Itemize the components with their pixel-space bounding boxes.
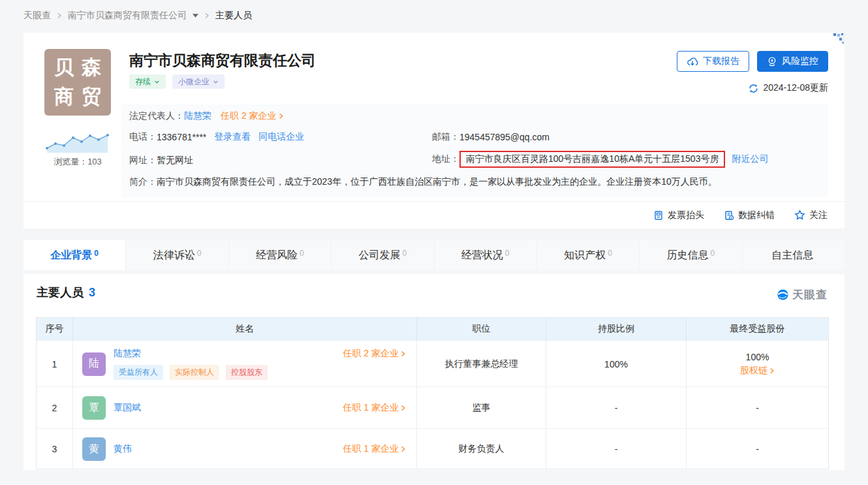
chevron-right-icon — [400, 446, 406, 452]
section-title: 主要人员 — [37, 285, 84, 300]
equity-chain-label: 股权链 — [740, 365, 767, 377]
chevron-right-icon — [769, 368, 775, 374]
section-header: 主要人员 3 — [37, 285, 95, 300]
table-row: 1 陆 陆慧荣 任职 2 家企业 受益所有人 实际控 — [37, 340, 828, 386]
address-row: 地址： 南宁市良庆区百灵路100号吉丽嘉逸10栋A单元十五层1503号房 附近公… — [432, 151, 768, 168]
views-sparkline-chart — [44, 128, 111, 154]
column-header-shareholding: 持股比例 — [546, 318, 686, 340]
column-header-name: 姓名 — [72, 318, 416, 340]
status-badge[interactable]: 存续 — [129, 74, 166, 89]
position-cell: 监事 — [416, 387, 546, 429]
tab-label: 自主信息 — [771, 249, 813, 262]
cloud-download-icon — [687, 57, 698, 67]
name-block: 覃国斌 任职 1 家企业 — [114, 402, 406, 414]
breadcrumb-current: 主要人员 — [215, 10, 252, 22]
caret-down-icon[interactable] — [193, 14, 198, 18]
qr-code-corner-icon[interactable] — [822, 33, 845, 52]
phone-value: 1336781**** — [157, 132, 206, 142]
tab-count: 0 — [608, 249, 612, 258]
company-tags: 存续 小微企业 — [129, 74, 225, 89]
tab-count: 0 — [505, 249, 510, 258]
tab-label: 历史信息 — [667, 249, 709, 262]
person-companies-label: 任职 2 家企业 — [343, 348, 399, 360]
same-phone-companies-link[interactable]: 同电话企业 — [258, 131, 304, 143]
legal-rep-label: 法定代表人： — [129, 110, 184, 122]
nearby-companies-link[interactable]: 附近公司 — [732, 153, 768, 165]
shareholding-cell: - — [546, 387, 686, 429]
address-label: 地址： — [432, 153, 459, 165]
chevron-right-icon — [57, 12, 62, 19]
equity-chain-link[interactable]: 股权链 — [740, 365, 775, 377]
refresh-icon[interactable] — [749, 84, 758, 93]
page-title: 南宁市贝森商贸有限责任公司 — [129, 51, 316, 70]
data-correction-button[interactable]: 数据纠错 — [724, 210, 775, 221]
row-index: 2 — [37, 387, 72, 429]
tab-label: 经营状况 — [461, 249, 503, 262]
legal-rep-row: 法定代表人： 陆慧荣 任职 2 家企业 — [129, 110, 284, 122]
tab-business-status[interactable]: 经营状况0 — [435, 240, 537, 270]
person-name-link[interactable]: 覃国斌 — [114, 402, 141, 414]
person-companies-link[interactable]: 任职 1 家企业 — [343, 402, 406, 414]
legal-rep-companies-link[interactable]: 任职 2 家企业 — [221, 110, 284, 122]
follow-button[interactable]: 关注 — [794, 210, 828, 221]
position-cell: 财务负责人 — [416, 429, 546, 469]
invoice-title-button[interactable]: 发票抬头 — [653, 210, 704, 221]
breadcrumb-home-link[interactable]: 天眼查 — [23, 10, 51, 22]
legal-rep-companies-label: 任职 2 家企业 — [221, 110, 277, 122]
breadcrumb-company-link[interactable]: 南宁市贝森商贸有限责任公司 — [68, 10, 187, 22]
email-row: 邮箱： 1945457895@qq.com — [432, 131, 550, 143]
beneficial-shares-cell: 100% 股权链 — [686, 341, 828, 387]
email-label: 邮箱： — [432, 131, 459, 143]
monitor-camera-icon — [767, 56, 777, 67]
person-name-link[interactable]: 黄伟 — [114, 443, 132, 455]
tab-enterprise-background[interactable]: 企业背景0 — [23, 240, 126, 270]
risk-monitor-button[interactable]: 风险监控 — [757, 51, 828, 72]
update-date: 2024-12-08更新 — [763, 82, 828, 94]
company-type-label: 小微企业 — [178, 76, 209, 87]
caret-down-icon — [154, 79, 160, 85]
personnel-table: 序号 姓名 职位 持股比例 最终受益股份 1 陆 陆慧荣 任职 2 家企业 — [36, 317, 829, 469]
chevron-right-icon — [400, 351, 406, 357]
column-header-beneficial-shares: 最终受益股份 — [686, 318, 828, 340]
person-companies-link[interactable]: 任职 2 家企业 — [343, 348, 406, 360]
person-name-link[interactable]: 陆慧荣 — [114, 348, 141, 360]
download-report-button[interactable]: 下载报告 — [677, 51, 749, 72]
risk-monitor-label: 风险监控 — [782, 55, 818, 67]
tab-legal-proceedings[interactable]: 法律诉讼0 — [126, 240, 228, 270]
name-cell: 陆 陆慧荣 任职 2 家企业 受益所有人 实际控制人 控股股东 — [72, 341, 416, 387]
chevron-right-icon — [204, 12, 209, 19]
tianyancha-watermark: 天眼查 — [777, 287, 828, 302]
tab-label: 知识产权 — [564, 249, 606, 262]
star-icon — [794, 210, 805, 221]
website-row: 网址： 暂无网址 — [129, 155, 193, 166]
section-count-badge: 3 — [89, 286, 95, 300]
data-correction-label: 数据纠错 — [738, 210, 775, 221]
person-companies-link[interactable]: 任职 1 家企业 — [343, 443, 406, 455]
intro-row: 简介： 南宁市贝森商贸有限责任公司，成立于2023年，位于广西壮族自治区南宁市，… — [129, 176, 717, 188]
main-personnel-card: 主要人员 3 天眼查 序号 姓名 职位 持股比例 最终受益股份 1 — [23, 274, 845, 470]
tab-company-development[interactable]: 公司发展0 — [332, 240, 434, 270]
tab-count: 0 — [711, 249, 715, 258]
tab-label: 公司发展 — [358, 249, 400, 262]
chevron-right-icon — [278, 113, 284, 119]
website-label: 网址： — [129, 155, 157, 166]
tab-intellectual-property[interactable]: 知识产权0 — [537, 240, 640, 270]
row-index: 3 — [37, 429, 72, 469]
controlling-shareholder-tag: 控股股东 — [226, 365, 268, 380]
section-tabbar: 企业背景0 法律诉讼0 经营风险0 公司发展0 经营状况0 知识产权0 历史信息… — [23, 240, 845, 270]
tab-count: 0 — [402, 249, 407, 258]
column-header-index: 序号 — [37, 318, 72, 340]
company-type-badge[interactable]: 小微企业 — [172, 74, 225, 89]
tab-self-published-info[interactable]: 自主信息 — [743, 240, 845, 270]
phone-login-link[interactable]: 登录查看 — [214, 131, 251, 143]
tab-historical-info[interactable]: 历史信息0 — [640, 240, 742, 270]
name-cell: 黄 黄伟 任职 1 家企业 — [72, 429, 416, 469]
legal-rep-name-link[interactable]: 陆慧荣 — [184, 110, 211, 122]
tab-operational-risk[interactable]: 经营风险0 — [229, 240, 332, 270]
status-badge-label: 存续 — [135, 76, 151, 87]
beneficial-share-value: 100% — [746, 352, 769, 362]
tab-label: 企业背景 — [50, 249, 92, 262]
avatar: 黄 — [82, 437, 106, 461]
beneficial-shares-cell: - — [686, 387, 828, 429]
table-header-row: 序号 姓名 职位 持股比例 最终受益股份 — [37, 318, 828, 340]
